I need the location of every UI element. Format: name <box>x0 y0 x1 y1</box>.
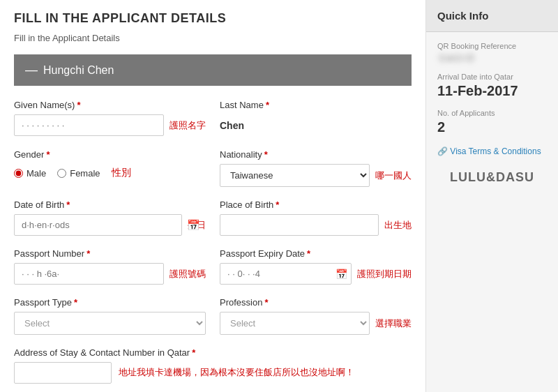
dob-wrapper: 生日 📅 <box>14 214 206 236</box>
quick-info-header: Quick Info <box>426 0 558 32</box>
passport-expiry-inner: 📅 <box>220 263 352 285</box>
address-hint: 地址我填卡達機場，因為根本沒要住飯店所以也沒地址啊！ <box>119 366 354 379</box>
passport-type-group: Passport Type * Select Regular Diplomati… <box>14 297 206 335</box>
pob-input[interactable] <box>220 214 379 236</box>
applicant-header: — Hungchi Chen <box>14 54 412 86</box>
nationality-select[interactable]: Taiwanese Chinese American British Other <box>220 164 370 187</box>
passport-expiry-hint: 護照到期日期 <box>357 268 412 280</box>
dob-input[interactable] <box>14 214 182 236</box>
sidebar: Quick Info QR Booking Reference ·1·a·1·r… <box>425 0 558 392</box>
gender-group: Gender * Male Female 性別 <box>14 149 206 187</box>
last-name-label: Last Name * <box>220 100 412 110</box>
pob-wrapper: 出生地 <box>220 214 412 236</box>
passport-row: Passport Number * 護照號碼 Passport Expiry D… <box>14 248 412 285</box>
profession-select[interactable]: Select Engineer Doctor Teacher Business … <box>220 312 370 335</box>
sidebar-content: QR Booking Reference ·1·a·1·r·2· Arrival… <box>426 32 558 195</box>
visa-terms-link[interactable]: 🔗 Visa Terms & Conditions <box>437 146 541 156</box>
passport-number-input[interactable] <box>14 263 164 285</box>
passport-number-wrapper: 護照號碼 <box>14 263 206 285</box>
arrival-value: 11-Feb-2017 <box>437 83 547 99</box>
dash-icon: — <box>25 63 38 77</box>
applicants-value: 2 <box>437 119 547 135</box>
gender-female-radio[interactable] <box>57 169 66 178</box>
page-title: FILL IN THE APPLICANT DETAILS <box>14 11 412 26</box>
address-wrapper: 地址我填卡達機場，因為根本沒要住飯店所以也沒地址啊！ <box>14 362 412 384</box>
applicants-field: No. of Applicants 2 <box>437 109 547 135</box>
given-name-label: Given Name(s) * <box>14 100 206 110</box>
passport-type-label: Passport Type * <box>14 297 206 308</box>
visa-link-field: 🔗 Visa Terms & Conditions <box>437 145 547 156</box>
gender-label: Gender * <box>14 149 206 160</box>
pob-group: Place of Birth * 出生地 <box>220 199 412 236</box>
applicant-name: Hungchi Chen <box>43 64 114 77</box>
passport-expiry-input[interactable] <box>220 263 352 285</box>
nationality-group: Nationality * Taiwanese Chinese American… <box>220 149 412 187</box>
nationality-label: Nationality * <box>220 149 412 160</box>
applicants-label: No. of Applicants <box>437 109 547 117</box>
passport-number-group: Passport Number * 護照號碼 <box>14 248 206 285</box>
nationality-hint: 哪一國人 <box>375 169 412 182</box>
gender-hint: 性別 <box>112 167 131 179</box>
pob-hint: 出生地 <box>384 219 412 232</box>
qr-booking-field: QR Booking Reference ·1·a·1·r·2· <box>437 42 547 63</box>
address-row: Address of Stay & Contact Number in Qata… <box>14 347 412 384</box>
lulu-dasu-text: LULU&DASU <box>437 170 547 185</box>
given-name-group: Given Name(s) * 護照名字 <box>14 100 206 137</box>
given-name-wrapper: 護照名字 <box>14 114 206 136</box>
qr-booking-label: QR Booking Reference <box>437 42 547 50</box>
given-name-hint: 護照名字 <box>169 119 206 132</box>
last-name-value: Chen <box>220 114 412 137</box>
dob-calendar-icon[interactable]: 📅 <box>187 219 200 232</box>
passport-type-wrapper: Select Regular Diplomatic Official <box>14 312 206 335</box>
dob-pob-row: Date of Birth * 生日 📅 Place of Birth * 出生… <box>14 199 412 236</box>
profession-hint: 選擇職業 <box>375 317 412 330</box>
gender-nationality-row: Gender * Male Female 性別 Nationality * <box>14 149 412 187</box>
arrival-label: Arrival Date into Qatar <box>437 73 547 81</box>
profession-group: Profession * Select Engineer Doctor Teac… <box>220 297 412 335</box>
passport-expiry-group: Passport Expiry Date * 📅 護照到期日期 <box>220 248 412 285</box>
passport-expiry-wrapper: 📅 護照到期日期 <box>220 263 412 285</box>
given-name-input[interactable] <box>14 114 164 136</box>
passport-number-label: Passport Number * <box>14 248 206 259</box>
gender-male-option[interactable]: Male <box>14 168 46 179</box>
gender-options: Male Female 性別 <box>14 167 206 179</box>
dob-label: Date of Birth * <box>14 199 206 210</box>
passport-type-select[interactable]: Select Regular Diplomatic Official <box>14 312 206 335</box>
dob-group: Date of Birth * 生日 📅 <box>14 199 206 236</box>
profession-wrapper: Select Engineer Doctor Teacher Business … <box>220 312 412 335</box>
address-label: Address of Stay & Contact Number in Qata… <box>14 347 412 358</box>
pob-label: Place of Birth * <box>220 199 412 210</box>
page-subtitle: Fill in the Applicant Details <box>14 33 412 43</box>
arrival-field: Arrival Date into Qatar 11-Feb-2017 <box>437 73 547 99</box>
nationality-wrapper: Taiwanese Chinese American British Other… <box>220 164 412 187</box>
passport-number-hint: 護照號碼 <box>169 268 206 280</box>
link-icon: 🔗 <box>437 146 448 156</box>
address-input[interactable] <box>14 362 112 384</box>
profession-label: Profession * <box>220 297 412 308</box>
qr-booking-value: ·1·a·1·r·2· <box>437 52 547 63</box>
passport-type-profession-row: Passport Type * Select Regular Diplomati… <box>14 297 412 335</box>
name-row: Given Name(s) * 護照名字 Last Name * Chen <box>14 100 412 137</box>
last-name-group: Last Name * Chen <box>220 100 412 137</box>
gender-female-option[interactable]: Female <box>57 168 100 179</box>
passport-expiry-label: Passport Expiry Date * <box>220 248 412 259</box>
gender-male-radio[interactable] <box>14 169 23 178</box>
passport-expiry-calendar-icon[interactable]: 📅 <box>335 269 347 280</box>
